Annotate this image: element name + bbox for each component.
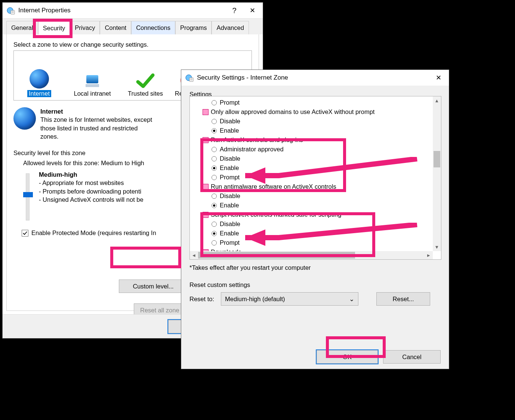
zone-label: Trusted sites	[128, 90, 163, 97]
tree-heading: Only allow approved domains to use Activ…	[190, 107, 433, 117]
radio-icon	[212, 222, 217, 227]
scroll-thumb[interactable]	[434, 151, 440, 167]
intranet-icon	[83, 74, 102, 89]
globe-icon	[13, 107, 36, 130]
radio-icon	[212, 156, 217, 161]
tree-heading: Script ActiveX controls marked safe for …	[190, 210, 433, 219]
zone-label: Local intranet	[74, 90, 111, 97]
tree-radio-option[interactable]: Disable	[190, 219, 433, 229]
titlebar: Security Settings - Internet Zone ✕	[181, 70, 449, 86]
tree-radio-option[interactable]: Disable	[190, 154, 433, 163]
level-bullet: - Unsigned ActiveX controls will not be	[39, 195, 144, 204]
tab-security[interactable]: Security	[38, 21, 70, 35]
cancel-button[interactable]: Cancel	[383, 350, 441, 364]
activex-category-icon	[203, 109, 209, 115]
security-settings-window: Security Settings - Internet Zone ✕ Sett…	[181, 70, 449, 369]
tree-radio-option[interactable]: Enable	[190, 201, 433, 210]
security-level-slider[interactable]	[23, 170, 30, 223]
close-button[interactable]: ✕	[243, 4, 261, 17]
reset-to-value: Medium-high (default)	[225, 296, 285, 303]
reset-custom-settings-group: Reset custom settings Reset to: Medium-h…	[189, 281, 430, 306]
window-title: Internet Properties	[18, 7, 225, 14]
radio-icon	[212, 240, 217, 245]
activex-category-icon	[203, 212, 209, 218]
tab-programs[interactable]: Programs	[175, 21, 212, 34]
reset-to-label: Reset to:	[189, 296, 214, 303]
tree-radio-option[interactable]: Enable	[190, 229, 433, 238]
tree-radio-option[interactable]: Disable	[190, 191, 433, 201]
radio-icon	[212, 147, 217, 152]
tree-node-label: Disable	[220, 192, 240, 200]
radio-icon	[212, 203, 217, 208]
level-bullet: - Appropriate for most websites	[39, 179, 144, 187]
dialog-footer: OK Cancel	[181, 345, 449, 369]
tree-node-label: Run ActiveX controls and plug-ins	[211, 136, 303, 143]
security-level-info: Medium-high - Appropriate for most websi…	[39, 170, 144, 223]
level-name: Medium-high	[39, 170, 144, 179]
tree-node-label: Enable	[220, 164, 239, 172]
inet-options-icon	[185, 73, 194, 82]
protected-mode-checkbox[interactable]	[22, 230, 28, 237]
zone-local-intranet[interactable]: Local intranet	[69, 74, 115, 97]
tree-radio-option[interactable]: Administrator approved	[190, 145, 433, 154]
slider-thumb[interactable]	[23, 192, 33, 197]
activex-category-icon	[203, 137, 209, 143]
tree-radio-option[interactable]: Prompt	[190, 98, 433, 107]
tab-advanced[interactable]: Advanced	[212, 21, 249, 34]
level-bullet: - Prompts before downloading potenti	[39, 187, 144, 195]
settings-tree: PromptOnly allow approved domains to use…	[189, 96, 441, 260]
radio-icon	[212, 100, 217, 105]
tree-node-label: Disable	[220, 118, 240, 125]
tree-node-label: Prompt	[220, 99, 240, 106]
zone-desc-title: Internet	[40, 107, 152, 115]
radio-icon	[212, 166, 217, 171]
inet-options-icon	[6, 6, 15, 15]
scroll-right-icon[interactable]: ▸	[425, 251, 433, 259]
vertical-scrollbar[interactable]	[433, 96, 441, 251]
tree-heading: Run ActiveX controls and plug-ins	[190, 135, 433, 145]
tab-connections[interactable]: Connections	[131, 21, 175, 34]
radio-icon	[212, 119, 217, 124]
radio-icon	[212, 128, 217, 133]
tree-radio-option[interactable]: Enable	[190, 126, 433, 135]
tree-node-label: Script ActiveX controls marked safe for …	[211, 211, 344, 218]
tree-node-label: Run antimalware software on ActiveX cont…	[211, 183, 336, 190]
horizontal-scrollbar[interactable]	[190, 251, 433, 259]
chevron-down-icon: ⌄	[349, 296, 354, 303]
checkmark-icon	[136, 72, 155, 89]
radio-icon	[212, 231, 217, 236]
close-button[interactable]: ✕	[429, 71, 447, 84]
activex-category-icon	[203, 184, 209, 190]
titlebar: Internet Properties ? ✕	[3, 3, 263, 18]
svg-rect-7	[189, 78, 193, 81]
radio-icon	[212, 194, 217, 199]
tree-radio-option[interactable]: Enable	[190, 163, 433, 173]
reset-button[interactable]: Reset...	[376, 292, 430, 306]
tree-node-label: Only allow approved domains to use Activ…	[211, 108, 374, 115]
help-button[interactable]: ?	[225, 4, 243, 17]
tab-general[interactable]: General	[6, 21, 38, 34]
radio-icon	[212, 175, 217, 180]
reset-to-select[interactable]: Medium-high (default) ⌄	[221, 292, 358, 306]
zone-hint: Select a zone to view or change security…	[13, 41, 252, 48]
tree-node-label: Downloads	[211, 248, 241, 251]
tab-privacy[interactable]: Privacy	[70, 21, 100, 34]
custom-level-button[interactable]: Custom level...	[119, 280, 188, 293]
restart-footnote: *Takes effect after you restart your com…	[189, 264, 311, 271]
tab-content[interactable]: Content	[100, 21, 131, 34]
tree-node-label: Enable	[220, 230, 239, 237]
tree-node-label: Enable	[220, 127, 239, 134]
tree-viewport: PromptOnly allow approved domains to use…	[190, 96, 433, 251]
tree-radio-option[interactable]: Prompt	[190, 238, 433, 247]
scroll-left-icon[interactable]: ◂	[190, 251, 198, 259]
zone-trusted[interactable]: Trusted sites	[122, 72, 169, 97]
zone-internet[interactable]: Internet	[16, 69, 62, 97]
scroll-up-icon[interactable]: ▴	[433, 96, 441, 105]
zone-desc-body: This zone is for Internet websites, exce…	[40, 115, 152, 140]
ok-button[interactable]: OK	[317, 350, 378, 364]
tree-radio-option[interactable]: Disable	[190, 117, 433, 126]
tree-radio-option[interactable]: Prompt	[190, 173, 433, 182]
scroll-thumb[interactable]	[198, 252, 355, 259]
scroll-down-icon[interactable]: ▾	[433, 243, 441, 251]
tree-node-label: Disable	[220, 220, 240, 228]
